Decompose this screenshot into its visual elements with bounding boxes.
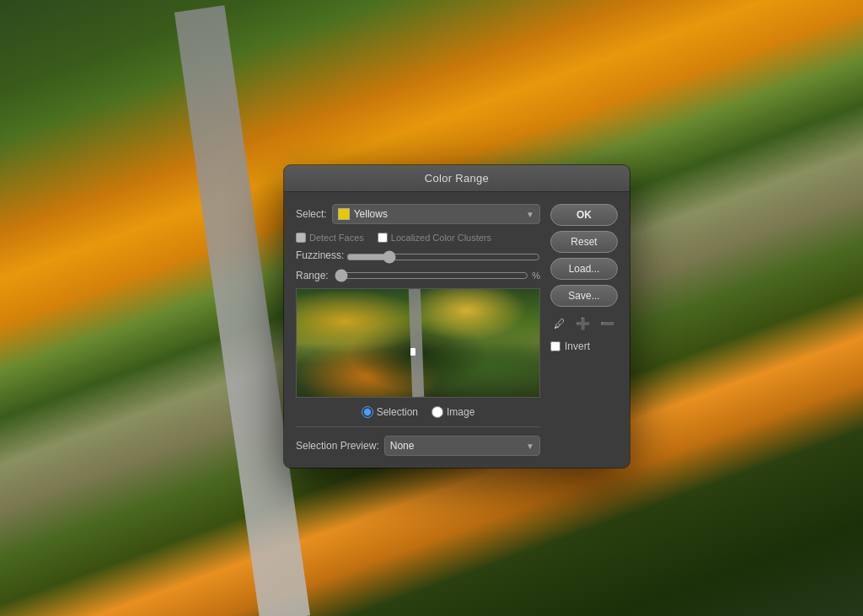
image-radio[interactable] [432,406,443,418]
chevron-down-icon: ▼ [526,210,534,219]
range-label: Range: [296,270,331,281]
preview-image [297,289,539,397]
selection-preview-dropdown[interactable]: None ▼ [384,436,540,456]
eyedropper-subtract-icon[interactable]: ➖ [598,315,616,332]
localized-clusters-checkbox[interactable] [378,233,388,243]
selection-preview-label: Selection Preview: [296,440,379,452]
dialog-body: Select: Yellows ▼ Detect Faces [284,192,630,468]
selection-radio-label: Selection [377,406,418,418]
select-label: Select: [296,208,327,220]
invert-label: Invert [565,340,590,352]
selection-preview-row: Selection Preview: None ▼ [296,426,540,456]
eyedropper-add-icon[interactable]: ➕ [574,315,592,332]
preview-chevron-icon: ▼ [526,442,534,451]
select-row: Select: Yellows ▼ [296,204,540,224]
dialog-title: Color Range [425,172,489,185]
image-radio-label: Image [447,406,474,418]
select-value: Yellows [354,208,522,220]
dialog-right: OK Reset Load... Save... 🖊 ➕ ➖ Invert [550,204,618,456]
select-dropdown[interactable]: Yellows ▼ [332,204,540,224]
reset-button[interactable]: Reset [550,231,618,253]
preview-container [296,288,540,398]
range-percent: % [532,271,540,281]
color-range-dialog: Color Range Select: Yellows ▼ [284,165,630,468]
detect-faces-item: Detect Faces [296,233,364,243]
dialog-left: Select: Yellows ▼ Detect Faces [296,204,540,456]
load-button[interactable]: Load... [550,258,618,280]
ok-button[interactable]: OK [550,204,618,226]
fuzziness-row: Fuzziness: [296,249,540,265]
image-radio-item: Image [432,406,474,418]
localized-clusters-label: Localized Color Clusters [391,233,491,243]
range-row: Range: % [296,270,540,281]
localized-clusters-item: Localized Color Clusters [378,233,491,243]
eyedropper-icon[interactable]: 🖊 [552,315,567,332]
invert-row: Invert [550,340,618,352]
select-inner: Yellows ▼ [338,208,534,220]
yellows-swatch [338,208,350,220]
radio-row: Selection Image [296,406,540,418]
save-button[interactable]: Save... [550,285,618,307]
tools-row: 🖊 ➕ ➖ [550,312,618,335]
fuzziness-label: Fuzziness: [296,249,346,261]
preview-vehicle [410,348,415,356]
selection-radio-item: Selection [362,406,418,418]
dialog-overlay: Color Range Select: Yellows ▼ [0,0,863,616]
checkbox-row: Detect Faces Localized Color Clusters [296,233,540,243]
invert-checkbox[interactable] [550,341,560,351]
dialog-titlebar: Color Range [284,165,630,192]
fuzziness-slider[interactable] [346,251,540,263]
detect-faces-checkbox[interactable] [296,233,306,243]
spacer [550,357,618,456]
selection-radio[interactable] [362,406,373,418]
range-slider[interactable] [335,270,528,281]
detect-faces-label: Detect Faces [309,233,364,243]
none-label: None [390,440,415,452]
